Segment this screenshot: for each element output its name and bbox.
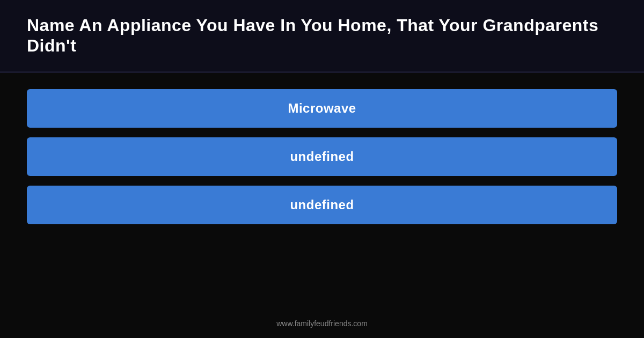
footer-url: www.familyfeudfriends.com [276,319,368,328]
footer: www.familyfeudfriends.com [0,319,644,328]
answer-button-2[interactable]: undefined [27,137,617,176]
question-area: Name An Appliance You Have In You Home, … [0,0,644,73]
answer-button-1[interactable]: Microwave [27,89,617,128]
answers-area: Microwave undefined undefined [0,73,644,240]
answer-button-3[interactable]: undefined [27,186,617,224]
question-text: Name An Appliance You Have In You Home, … [27,15,617,56]
